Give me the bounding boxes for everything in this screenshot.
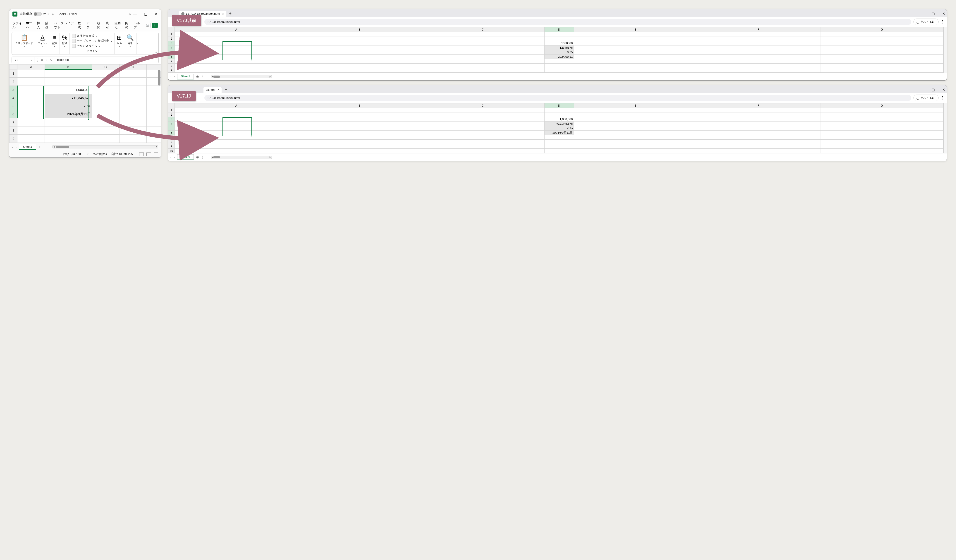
view-normal-icon[interactable] xyxy=(139,152,144,156)
row-header[interactable]: 6 xyxy=(9,110,17,118)
tab-close-icon[interactable]: ✕ xyxy=(222,12,224,16)
sheet-nav[interactable]: ‹› xyxy=(170,156,175,159)
add-sheet-button[interactable]: ⊕ xyxy=(196,74,199,79)
tab-draw[interactable]: 描画 xyxy=(45,21,50,30)
fx-icon[interactable]: fx xyxy=(49,58,53,62)
col-header[interactable]: E xyxy=(147,64,161,69)
row-header[interactable]: 2 xyxy=(168,113,175,117)
new-tab-button[interactable]: + xyxy=(223,87,229,92)
col-header[interactable]: D xyxy=(544,104,574,108)
maximize-button[interactable]: ▢ xyxy=(931,88,935,92)
maximize-button[interactable]: ▢ xyxy=(931,12,935,16)
row-header[interactable]: 1 xyxy=(168,108,175,113)
url-field[interactable]: 27.0.0.1:5500/index.html xyxy=(204,19,911,25)
cell-d3[interactable]: 1,000,000 xyxy=(544,117,574,121)
cell-b6[interactable]: 2024年9月11日 xyxy=(45,110,92,118)
minimize-button[interactable]: — xyxy=(133,12,137,16)
row-header[interactable]: 6 xyxy=(168,130,175,135)
ribbon-font[interactable]: A フォント ⌄ xyxy=(35,33,50,53)
col-header[interactable]: E xyxy=(574,27,697,32)
tab-close-icon[interactable]: ✕ xyxy=(217,88,220,91)
sheet-tab[interactable]: Sheet1 xyxy=(19,144,36,150)
autosave[interactable]: 自動保存 オフ xyxy=(20,12,50,16)
cell-d3[interactable]: 1000000 xyxy=(544,41,574,45)
ribbon-number[interactable]: % 数値 ⌄ xyxy=(60,33,70,53)
row-header[interactable]: 5 xyxy=(168,126,175,130)
row-header[interactable]: 5 xyxy=(168,50,175,55)
close-button[interactable]: ✕ xyxy=(942,88,945,92)
formula-bar[interactable]: 1000000 xyxy=(54,57,159,63)
col-header[interactable]: B xyxy=(298,104,421,108)
browser-menu-icon[interactable]: ⋮ xyxy=(941,96,945,100)
selection-handle[interactable] xyxy=(251,135,252,136)
add-sheet-button[interactable]: ⊕ xyxy=(196,155,199,159)
share-icon[interactable]: ⇪ xyxy=(152,23,158,28)
row-header[interactable]: 4 xyxy=(168,45,175,50)
row-header[interactable]: 9 xyxy=(168,68,175,73)
col-header[interactable]: C xyxy=(421,104,544,108)
row-header[interactable]: 10 xyxy=(168,149,175,153)
row-header[interactable]: 3 xyxy=(9,86,17,94)
ribbon-cells[interactable]: ⊞ セル ⌄ xyxy=(115,33,124,53)
col-header[interactable]: D xyxy=(544,27,574,32)
row-header[interactable]: 7 xyxy=(168,135,175,140)
ribbon-clipboard[interactable]: 📋 クリップボード ⌄ xyxy=(13,33,35,53)
browser-menu-icon[interactable]: ⋮ xyxy=(941,20,945,24)
tab-review[interactable]: 校閲 xyxy=(97,21,102,30)
name-box[interactable]: B3 ⌄ xyxy=(12,57,35,63)
selection-handle[interactable] xyxy=(251,60,252,61)
search-icon[interactable]: ⌕ xyxy=(129,12,131,16)
ribbon-scroll[interactable]: › xyxy=(136,33,138,53)
select-all-corner[interactable] xyxy=(168,104,175,108)
row-header[interactable]: 7 xyxy=(168,59,175,64)
row-header[interactable]: 3 xyxy=(168,41,175,45)
ribbon-editing[interactable]: 🔍 編集 ⌄ xyxy=(124,33,136,53)
col-header[interactable]: F xyxy=(697,104,821,108)
horizontal-scrollbar[interactable] xyxy=(211,156,272,159)
cell-d4[interactable]: 12345678 xyxy=(544,45,574,50)
col-header[interactable]: D xyxy=(119,64,147,69)
col-header[interactable]: F xyxy=(697,27,821,32)
cell-b5[interactable]: 75% xyxy=(45,102,92,110)
add-sheet-button[interactable]: + xyxy=(38,145,40,149)
cell-b3[interactable]: 1,000,000 xyxy=(45,86,92,94)
cancel-formula-button[interactable]: ✕ xyxy=(40,58,44,62)
row-header[interactable]: 2 xyxy=(9,78,17,86)
row-header[interactable]: 4 xyxy=(9,94,17,102)
maximize-button[interactable]: ▢ xyxy=(144,12,147,16)
tab-view[interactable]: 表示 xyxy=(106,21,111,30)
sheet-nav[interactable]: ‹› xyxy=(170,75,175,78)
col-header[interactable]: C xyxy=(92,64,119,69)
row-header[interactable]: 6 xyxy=(168,55,175,59)
row-header[interactable]: 1 xyxy=(168,32,175,36)
cell-d6[interactable]: 2024年9月11日 xyxy=(544,130,574,135)
row-header[interactable]: 8 xyxy=(168,140,175,144)
url-field[interactable]: 27.0.0.1:5501/index.html xyxy=(204,95,911,101)
tab-automate[interactable]: 自動化 xyxy=(114,21,121,30)
tab-insert[interactable]: 挿入 xyxy=(37,21,42,30)
tab-formulas[interactable]: 数式 xyxy=(78,21,83,30)
browser-spreadsheet-grid[interactable]: A B C D E F G 1 2 31,000,000 4¥12,345,67… xyxy=(168,103,943,153)
tab-file[interactable]: ファイル xyxy=(13,21,22,30)
vertical-scrollbar[interactable] xyxy=(158,70,160,86)
view-pagelayout-icon[interactable] xyxy=(146,152,151,156)
minimize-button[interactable]: — xyxy=(921,12,925,16)
col-header[interactable]: B xyxy=(298,27,421,32)
row-header[interactable]: 1 xyxy=(9,69,17,78)
browser-tab[interactable]: ex.html ✕ xyxy=(203,87,222,93)
guest-profile-button[interactable]: ◯ゲスト（2） xyxy=(914,94,939,101)
tab-data[interactable]: データ xyxy=(86,21,93,30)
col-header[interactable]: B xyxy=(45,64,92,69)
close-button[interactable]: ✕ xyxy=(942,12,945,16)
view-pagebreak-icon[interactable] xyxy=(154,152,158,156)
tab-help[interactable]: ヘルプ xyxy=(134,21,141,30)
select-all-corner[interactable] xyxy=(9,64,17,69)
selection-handle[interactable] xyxy=(88,119,89,120)
col-header[interactable]: G xyxy=(820,27,943,32)
tab-pagelayout[interactable]: ページ レイアウト xyxy=(54,21,74,30)
row-header[interactable]: 9 xyxy=(9,135,17,143)
cell-styles-button[interactable]: セルのスタイル ⌄ xyxy=(72,44,112,48)
ribbon-alignment[interactable]: ≡ 配置 ⌄ xyxy=(50,33,60,53)
col-header[interactable]: G xyxy=(820,104,943,108)
col-header[interactable]: A xyxy=(175,27,298,32)
